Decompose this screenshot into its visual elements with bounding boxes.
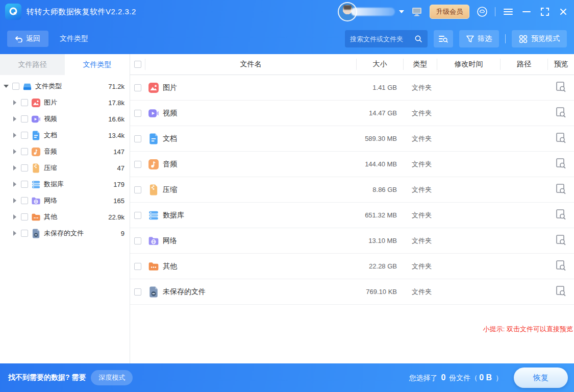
file-name: 文档: [163, 134, 177, 143]
tree-checkbox[interactable]: [21, 132, 28, 139]
table-row[interactable]: 音频144.40 MB文件夹: [130, 152, 574, 177]
row-checkbox[interactable]: [134, 288, 141, 296]
search-list-button[interactable]: [434, 30, 453, 47]
row-checkbox[interactable]: [134, 186, 141, 193]
back-button[interactable]: 返回: [7, 31, 48, 47]
tab-file-path[interactable]: 文件路径: [0, 54, 65, 75]
preview-button[interactable]: [547, 260, 574, 273]
column-header-name[interactable]: 文件名: [145, 59, 356, 70]
search-input[interactable]: [350, 35, 414, 43]
tree-item-count: 179: [113, 181, 130, 188]
search-box[interactable]: [345, 30, 428, 47]
table-row[interactable]: 未保存的文件769.10 KB文件夹: [130, 279, 574, 305]
table-row[interactable]: 压缩8.86 GB文件夹: [130, 177, 574, 203]
selected-size: 0 B: [478, 373, 493, 382]
customer-service-icon[interactable]: [477, 6, 488, 17]
table-row[interactable]: 网络13.10 MB文件夹: [130, 228, 574, 254]
expand-arrow-icon[interactable]: [12, 214, 18, 219]
tree-item-count: 16.6k: [108, 115, 130, 123]
tree-checkbox[interactable]: [21, 213, 28, 220]
tree-item[interactable]: 图片17.8k: [0, 94, 130, 111]
table-row[interactable]: 视频14.47 GB文件夹: [130, 101, 574, 126]
expand-arrow-icon[interactable]: [12, 116, 18, 121]
tree-item[interactable]: 其他22.9k: [0, 209, 130, 225]
filter-button[interactable]: 筛选: [459, 30, 499, 47]
audio-icon: [31, 147, 41, 157]
row-checkbox[interactable]: [134, 110, 141, 117]
expand-arrow-icon[interactable]: [12, 182, 18, 187]
file-name: 图片: [163, 83, 177, 92]
preview-button[interactable]: [547, 158, 574, 171]
file-size: 14.47 GB: [356, 109, 403, 117]
row-checkbox[interactable]: [134, 263, 141, 270]
tab-file-type[interactable]: 文件类型: [65, 54, 130, 75]
tree-checkbox[interactable]: [12, 83, 19, 90]
tree-item-count: 71.2k: [108, 83, 130, 90]
chevron-down-icon[interactable]: [399, 10, 404, 13]
tree-checkbox[interactable]: [21, 197, 28, 204]
expand-arrow-icon[interactable]: [12, 133, 18, 138]
filter-icon: [466, 35, 474, 43]
table-row[interactable]: 其他22.28 GB文件夹: [130, 254, 574, 279]
column-header-path[interactable]: 路径: [500, 59, 547, 70]
row-checkbox[interactable]: [134, 84, 141, 91]
tree-checkbox[interactable]: [21, 164, 28, 172]
tree-item-label: 视频: [44, 114, 108, 124]
tree-item[interactable]: 文档13.4k: [0, 127, 130, 143]
user-account[interactable]: [338, 2, 404, 21]
column-header-preview[interactable]: 预览: [547, 59, 574, 70]
expand-arrow-icon[interactable]: [12, 100, 18, 105]
table-row[interactable]: 数据库651.32 MB文件夹: [130, 203, 574, 228]
tree-checkbox[interactable]: [21, 230, 28, 237]
tree-checkbox[interactable]: [21, 99, 28, 106]
selected-count: 0: [439, 373, 447, 382]
search-icon[interactable]: [414, 35, 422, 43]
upgrade-member-button[interactable]: 升级会员: [430, 5, 469, 19]
maximize-icon[interactable]: [539, 6, 551, 17]
preview-button[interactable]: [547, 285, 574, 299]
collapse-arrow-icon[interactable]: [3, 85, 9, 88]
preview-button[interactable]: [547, 107, 574, 120]
tree-item-count: 165: [113, 197, 130, 205]
row-checkbox[interactable]: [134, 212, 141, 219]
column-header-mtime[interactable]: 修改时间: [437, 59, 500, 70]
column-header-type[interactable]: 类型: [403, 59, 437, 70]
preview-button[interactable]: [547, 209, 574, 222]
preview-button[interactable]: [547, 234, 574, 248]
preview-icon: [556, 132, 566, 145]
monitor-icon[interactable]: [411, 6, 422, 17]
tree-checkbox[interactable]: [21, 115, 28, 122]
select-all-checkbox[interactable]: [134, 61, 141, 68]
preview-button[interactable]: [547, 183, 574, 197]
tree-item[interactable]: 音频147: [0, 143, 130, 160]
table-row[interactable]: 文档589.30 MB文件夹: [130, 126, 574, 152]
preview-mode-button[interactable]: 预览模式: [512, 30, 567, 47]
tree-item[interactable]: 未保存的文件9: [0, 225, 130, 241]
recover-button[interactable]: 恢复: [514, 368, 568, 388]
tree-item[interactable]: 数据库179: [0, 176, 130, 192]
close-icon[interactable]: [558, 6, 569, 17]
file-type-tree: 文件类型71.2k图片17.8k视频16.6k文档13.4k音频147压缩47数…: [0, 75, 130, 241]
expand-arrow-icon[interactable]: [12, 149, 18, 154]
file-size: 22.28 GB: [356, 262, 403, 270]
tree-item[interactable]: 文件类型71.2k: [0, 78, 130, 94]
tree-item[interactable]: 网络165: [0, 192, 130, 209]
column-header-size[interactable]: 大小: [356, 59, 403, 70]
file-name: 其他: [163, 262, 177, 271]
tree-checkbox[interactable]: [21, 181, 28, 188]
menu-icon[interactable]: [503, 6, 514, 17]
row-checkbox[interactable]: [134, 161, 141, 168]
table-row[interactable]: 图片1.41 GB文件夹: [130, 75, 574, 101]
tree-checkbox[interactable]: [21, 148, 28, 155]
preview-button[interactable]: [547, 81, 574, 94]
tree-item[interactable]: 压缩47: [0, 160, 130, 176]
deep-mode-button[interactable]: 深度模式: [91, 370, 133, 385]
preview-button[interactable]: [547, 132, 574, 145]
expand-arrow-icon[interactable]: [12, 198, 18, 203]
expand-arrow-icon[interactable]: [12, 231, 18, 236]
tree-item[interactable]: 视频16.6k: [0, 111, 130, 127]
row-checkbox[interactable]: [134, 237, 141, 244]
expand-arrow-icon[interactable]: [12, 165, 18, 170]
row-checkbox[interactable]: [134, 135, 141, 142]
minimize-icon[interactable]: [521, 6, 532, 17]
